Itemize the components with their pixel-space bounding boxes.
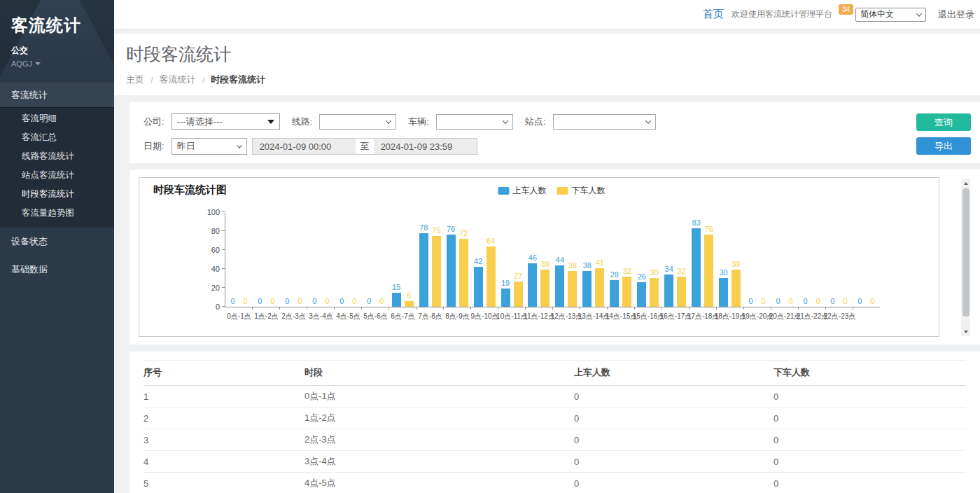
bar-value-label: 0 [379,298,384,305]
home-link[interactable]: 首页 [703,8,724,21]
export-button[interactable]: 导出 [916,137,971,155]
filter-select-1[interactable] [319,114,396,130]
x-axis-label: 1点-2点 [253,312,280,321]
filter-group: 站点: [525,114,656,130]
legend-item[interactable]: 下车人数 [557,185,606,197]
filter-select-value: ---请选择--- [177,116,223,128]
breadcrumb-separator: / [150,75,153,85]
sidebar-item-2[interactable]: 基础数据 [0,256,114,284]
bar-上车人数: 15 [392,293,401,307]
bar-value-label: 27 [514,272,522,280]
bar-下车人数: 64 [486,246,496,307]
bar-value-label: 0 [367,298,371,305]
table-cell: 0 [774,408,966,429]
table-cell: 3点-4点 [304,451,574,473]
bar-value-label: 0 [352,298,356,305]
filter-group: 车辆: [408,114,513,130]
bar-group: 00 [771,213,798,307]
bar-group: 8376 [689,213,716,307]
sidebar-item-1[interactable]: 设备状态 [0,228,114,256]
bar-下车人数: 6 [405,301,414,307]
submenu-item[interactable]: 线路客流统计 [0,147,114,166]
table-cell: 2点-3点 [304,429,574,451]
y-axis-tick [222,287,225,288]
x-axis-label: 7点-8点 [416,312,444,321]
submenu-item[interactable]: 客流明细 [0,109,114,128]
bar-groups: 0000000000001567875767242641927463944383… [225,213,880,307]
filter-group: 公司:---请选择--- [144,113,280,130]
y-axis-tick-label: 80 [211,228,220,235]
scrollbar-thumb[interactable] [962,188,969,317]
bar-下车人数: 75 [432,236,441,307]
bar-下车人数: 72 [459,239,468,307]
filter-label: 线路: [292,116,313,128]
bar-value-label: 26 [638,273,646,281]
table-cell: 0 [574,451,774,473]
bar-value-label: 0 [749,298,753,305]
bar-value-label: 64 [486,237,495,245]
bar-group: 3039 [716,213,743,307]
bar-value-label: 0 [870,298,874,305]
breadcrumb-current: 时段客流统计 [211,74,265,86]
breadcrumb-separator: / [202,75,205,85]
x-axis-label: 6点-7点 [389,312,416,321]
filter-select-0[interactable]: ---请选择--- [172,113,280,130]
submenu-item[interactable]: 客流汇总 [0,128,114,147]
filter-row-date: 日期: 昨日 2024-01-09 00:00 至 2024-01-09 23:… [130,138,980,155]
breadcrumb-home[interactable]: 主页 [126,74,144,86]
x-axis-label: 14点-15点 [608,312,635,321]
x-axis-label: 5点-6点 [362,312,389,321]
filter-select-3[interactable] [553,114,656,130]
submenu-item[interactable]: 时段客流统计 [0,185,114,204]
bar-value-label: 0 [843,298,847,305]
y-axis-tick-label: 20 [211,284,220,292]
chevron-down-icon [236,142,241,148]
submenu-item[interactable]: 客流量趋势图 [0,204,114,223]
filter-select-2[interactable] [436,114,513,130]
scroll-down-icon[interactable] [961,327,970,336]
date-start-input[interactable]: 2024-01-09 00:00 [252,138,356,155]
bar-上车人数: 38 [582,271,592,307]
bar-上车人数: 19 [501,289,510,307]
x-axis-label: 13点-14点 [580,312,608,321]
x-axis-label: 23点-24点 [853,312,881,321]
bar-上车人数: 46 [528,263,537,307]
breadcrumb-parent[interactable]: 客流统计 [160,74,196,86]
submenu-item[interactable]: 站点客流统计 [0,166,114,185]
stats-table: 序号时段上车人数下车人数 10点-1点0021点-2点0032点-3点0043点… [144,360,966,493]
language-select[interactable]: 简体中文 [855,8,926,22]
bar-group: 2832 [607,213,634,307]
legend-item[interactable]: 上车人数 [498,185,547,197]
date-end-input[interactable]: 2024-01-09 23:59 [374,138,477,155]
sidebar-item-0[interactable]: 客流统计 [0,83,114,107]
legend-label: 下车人数 [572,185,606,197]
y-axis-tick [222,306,225,307]
scroll-up-icon[interactable] [961,179,970,188]
bar-group: 00 [853,213,880,307]
table-header-row: 序号时段上车人数下车人数 [144,361,966,386]
filter-label: 车辆: [408,116,429,128]
query-button[interactable]: 查询 [916,113,971,131]
legend-label: 上车人数 [513,185,547,197]
bar-value-label: 28 [610,271,619,279]
logout-link[interactable]: 退出登录 [938,8,974,21]
bar-value-label: 0 [858,298,862,305]
chart-plot-area: 0000000000001567875767242641927463944383… [225,213,880,307]
bar-value-label: 39 [732,261,741,268]
bar-value-label: 75 [432,227,440,235]
org-code-dropdown[interactable]: AQGJ [11,60,103,68]
bar-group: 00 [743,213,771,307]
chart-scrollbar [961,179,970,336]
bar-value-label: 19 [501,279,510,287]
bar-上车人数: 28 [610,280,619,307]
bar-group: 3432 [662,213,689,307]
y-axis-tick-label: 100 [207,209,220,216]
x-axis-label: 17点-18点 [690,312,717,321]
bar-value-label: 0 [762,298,766,305]
bar-value-label: 34 [665,265,673,273]
bar-group: 00 [280,213,307,307]
legend-swatch [557,187,568,195]
bar-value-label: 78 [419,224,428,232]
date-preset-select[interactable]: 昨日 [172,138,247,155]
x-axis-label: 3点-4点 [307,312,335,321]
